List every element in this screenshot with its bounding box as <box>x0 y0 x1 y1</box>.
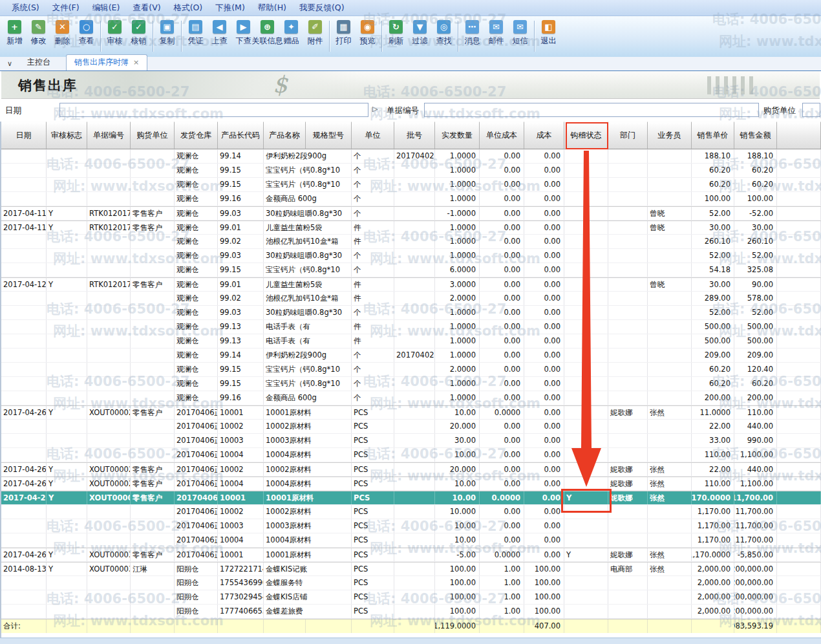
table-cell[interactable]: 30粒奶味咀嚼0.8g*30 <box>264 207 306 220</box>
table-cell[interactable]: 观澜仓 <box>175 207 218 220</box>
table-cell[interactable]: PCS <box>352 533 394 547</box>
table-cell[interactable] <box>394 491 435 504</box>
table-cell[interactable]: 100.00 <box>435 576 480 590</box>
column-header[interactable]: 成本 <box>524 122 564 149</box>
table-cell[interactable]: 90.00 <box>734 278 777 291</box>
table-cell[interactable]: 0.00 <box>480 377 524 391</box>
table-cell[interactable] <box>777 548 821 561</box>
table-cell[interactable] <box>87 377 131 391</box>
table-cell[interactable]: 10001 <box>218 491 264 504</box>
table-cell[interactable]: 20170406正品 <box>175 477 218 490</box>
table-cell[interactable]: 10001 <box>218 406 264 419</box>
table-cell[interactable]: 0.00 <box>524 334 564 348</box>
magnifier-button[interactable]: ○查看 <box>74 19 98 47</box>
table-cell[interactable]: 17554369966 <box>218 576 264 590</box>
table-cell[interactable] <box>131 448 175 462</box>
table-cell[interactable] <box>47 334 87 348</box>
table-cell[interactable]: Y <box>47 477 87 490</box>
table-cell[interactable] <box>777 149 821 163</box>
table-cell[interactable]: 10004原材料 <box>264 448 306 462</box>
table-cell[interactable]: 10003 <box>218 519 264 533</box>
table-cell[interactable] <box>777 406 821 419</box>
table-cell[interactable] <box>648 605 692 618</box>
table-cell[interactable]: 0.00 <box>524 533 564 547</box>
table-cell[interactable]: 宝宝钙片（钙0.8g*10 <box>264 377 306 391</box>
table-cell[interactable] <box>131 420 175 433</box>
table-cell[interactable] <box>47 149 87 163</box>
table-cell[interactable]: 1.0000 <box>435 377 480 391</box>
table-cell[interactable]: 20170406正品 <box>175 463 218 476</box>
table-cell[interactable] <box>394 434 435 447</box>
table-cell[interactable] <box>648 519 692 533</box>
table-cell[interactable] <box>47 605 87 618</box>
table-cell[interactable]: XOUT000027 <box>87 406 131 419</box>
table-cell[interactable] <box>394 249 435 263</box>
table-cell[interactable]: 60.20 <box>692 178 734 191</box>
table-cell[interactable]: 99.02 <box>218 235 264 248</box>
table-row[interactable]: 观澜仓99.02池根亿乳加钙10盒*箱件1.00000.000.00260.10… <box>1 235 821 249</box>
table-cell[interactable]: 妮歌娜 <box>608 491 648 504</box>
table-cell[interactable]: 0.0000 <box>480 491 524 504</box>
table-cell[interactable] <box>777 334 821 348</box>
binoculars-button[interactable]: ◎查找 <box>432 19 456 47</box>
table-cell[interactable]: 观澜仓 <box>175 178 218 191</box>
table-cell[interactable]: 1.0000 <box>435 164 480 177</box>
table-cell[interactable] <box>608 576 648 590</box>
table-row[interactable]: 观澜仓99.16金额商品 600g个1.00000.000.00100.0010… <box>1 192 821 206</box>
table-cell[interactable] <box>47 363 87 376</box>
table-cell[interactable] <box>564 391 608 405</box>
table-cell[interactable]: 99.14 <box>218 149 264 163</box>
table-row[interactable]: 观澜仓99.14伊利奶粉2段900g个201704021.00000.000.0… <box>1 149 821 164</box>
table-cell[interactable]: 0.00 <box>480 149 524 163</box>
table-cell[interactable] <box>47 519 87 533</box>
table-cell[interactable]: RTK01201704 <box>87 221 131 234</box>
table-cell[interactable]: 阳朔仓 <box>175 576 218 590</box>
attachment-button[interactable]: ✐附件 <box>303 19 327 47</box>
table-cell[interactable] <box>131 576 175 590</box>
trash-button[interactable]: ✕删除 <box>50 19 74 47</box>
table-cell[interactable]: 0.00 <box>480 178 524 191</box>
table-cell[interactable]: 0.00 <box>524 377 564 391</box>
table-cell[interactable]: 妮歌娜 <box>608 463 648 476</box>
table-cell[interactable]: Y <box>47 207 87 220</box>
table-row[interactable]: 20170406正品1000310003原材料PCS30.000.000.003… <box>1 434 821 448</box>
column-header[interactable]: 产品名称 <box>264 122 306 149</box>
table-cell[interactable] <box>47 320 87 334</box>
table-cell[interactable]: 0.00 <box>524 149 564 163</box>
gift-button[interactable]: ✦赠品 <box>279 19 303 47</box>
table-cell[interactable]: 个 <box>352 192 394 206</box>
table-cell[interactable] <box>394 320 435 334</box>
table-cell[interactable]: 个 <box>352 207 394 220</box>
table-cell[interactable]: 金蝶KIS店铺 <box>264 590 306 604</box>
table-cell[interactable]: -1.0000 <box>435 207 480 220</box>
table-cell[interactable]: 2014-08-13 <box>1 563 47 575</box>
table-cell[interactable] <box>608 320 648 334</box>
table-cell[interactable] <box>47 377 87 391</box>
table-cell[interactable]: 10004原材料 <box>264 477 306 490</box>
table-cell[interactable] <box>47 306 87 319</box>
column-header[interactable]: 购货单位 <box>131 122 175 149</box>
table-cell[interactable] <box>648 235 692 248</box>
table-cell[interactable] <box>608 448 648 462</box>
table-cell[interactable]: 0.00 <box>524 505 564 519</box>
table-cell[interactable]: 观澜仓 <box>175 306 218 319</box>
table-cell[interactable]: 990.00 <box>734 434 777 447</box>
table-cell[interactable] <box>306 463 352 476</box>
table-cell[interactable]: 1,170.00 <box>692 519 734 533</box>
table-cell[interactable]: 440.00 <box>734 420 777 433</box>
table-cell[interactable] <box>87 519 131 533</box>
column-header[interactable]: 销售单价 <box>692 122 734 149</box>
preview-button[interactable]: ◉预览 <box>356 19 379 47</box>
table-cell[interactable]: 10.000 <box>435 505 480 519</box>
table-cell[interactable] <box>777 320 821 334</box>
plus-button[interactable]: +新增 <box>3 19 27 47</box>
table-cell[interactable]: 观澜仓 <box>175 349 218 362</box>
table-cell[interactable] <box>87 349 131 362</box>
table-cell[interactable]: 110.00 <box>692 477 734 490</box>
table-cell[interactable]: 10.00 <box>435 519 480 533</box>
link-info-button[interactable]: ⊕关联信息 <box>255 19 279 47</box>
table-cell[interactable]: 20170406正品 <box>175 491 218 504</box>
table-cell[interactable]: 99.16 <box>218 391 264 405</box>
table-cell[interactable]: 11,700.00 <box>734 491 777 504</box>
table-cell[interactable]: 17272217141 <box>218 563 264 575</box>
